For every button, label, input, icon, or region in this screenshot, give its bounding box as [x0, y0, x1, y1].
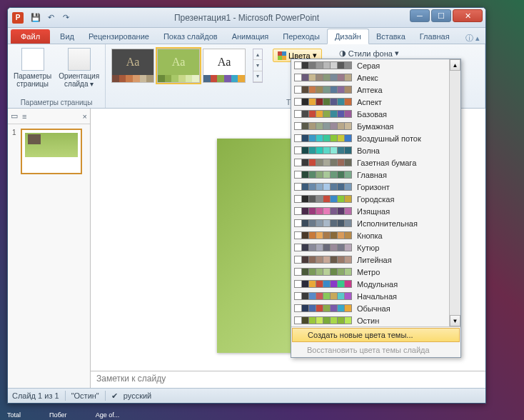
scroll-down-button[interactable]: ▼: [450, 315, 460, 326]
color-scheme-item[interactable]: Литейная: [291, 254, 460, 266]
color-scheme-item[interactable]: Апекс: [291, 71, 460, 84]
color-scheme-item[interactable]: Исполнительная: [291, 217, 460, 229]
scheme-label: Остин: [357, 316, 379, 325]
color-scheme-item[interactable]: Обычная: [291, 302, 460, 314]
scheme-swatch: [294, 292, 351, 300]
scheme-swatch: [294, 183, 351, 191]
desktop-icon-label[interactable]: Побег: [49, 411, 67, 419]
panel-close-icon[interactable]: ×: [83, 112, 87, 121]
scheme-swatch: [294, 207, 351, 215]
orientation-icon: [68, 48, 91, 71]
color-scheme-item[interactable]: Главная: [291, 169, 460, 181]
desktop-icons: Total Побег Age of...: [7, 411, 119, 419]
tab-анимация[interactable]: Анимация: [225, 29, 276, 44]
tab-дизайн[interactable]: Дизайн: [327, 29, 369, 44]
maximize-button[interactable]: ☐: [431, 9, 451, 22]
tab-переходы[interactable]: Переходы: [276, 29, 327, 44]
scheme-label: Начальная: [357, 292, 397, 301]
scheme-label: Горизонт: [357, 183, 390, 191]
color-scheme-item[interactable]: Метро: [291, 266, 460, 278]
color-scheme-item[interactable]: Изящная: [291, 205, 460, 217]
tab-вставка[interactable]: Вставка: [369, 29, 413, 44]
app-icon[interactable]: P: [12, 12, 24, 24]
theme-preview[interactable]: Aa: [111, 49, 154, 83]
scheme-swatch: [294, 98, 351, 106]
notes-pane[interactable]: Заметки к слайду: [91, 371, 485, 388]
scheme-label: Главная: [357, 171, 387, 179]
theme-preview[interactable]: Aa: [203, 49, 246, 83]
background-styles-button[interactable]: ◑ Стили фона ▾: [339, 49, 399, 58]
reset-theme-colors-item: Восстановить цвета темы слайда: [291, 343, 460, 357]
color-scheme-item[interactable]: Аспект: [291, 96, 460, 108]
file-tab[interactable]: Файл: [11, 29, 50, 44]
color-scheme-item[interactable]: Кнопка: [291, 229, 460, 241]
dropdown-scrollbar[interactable]: ▲ ▼: [449, 59, 460, 326]
slide-number: 1: [12, 129, 16, 136]
scheme-label: Серая: [357, 61, 380, 70]
color-scheme-item[interactable]: Бумажная: [291, 120, 460, 132]
colors-dropdown: СераяАпексАптекаАспектБазоваяБумажнаяВоз…: [291, 59, 461, 358]
slide-orientation-button[interactable]: Ориентация слайда ▾: [57, 46, 101, 89]
scheme-swatch: [294, 195, 351, 203]
dropdown-footer: Создать новые цвета темы... Восстановить…: [291, 326, 460, 357]
scroll-up-button[interactable]: ▲: [450, 59, 460, 71]
status-spellcheck-icon[interactable]: ✔: [111, 391, 118, 401]
tab-рецензирование[interactable]: Рецензирование: [81, 29, 156, 44]
themes-gallery[interactable]: AaAaAa: [110, 46, 247, 85]
close-button[interactable]: ✕: [453, 9, 483, 22]
theme-preview[interactable]: Aa: [157, 49, 200, 83]
page-setup-button[interactable]: Параметры страницы: [12, 46, 53, 89]
scheme-label: Базовая: [357, 110, 387, 119]
tab-главная[interactable]: Главная: [413, 29, 457, 44]
color-scheme-item[interactable]: Серая: [291, 59, 460, 71]
help-icon[interactable]: ⓘ ▴: [465, 33, 480, 44]
color-scheme-item[interactable]: Волна: [291, 144, 460, 156]
tab-показ слайдов[interactable]: Показ слайдов: [156, 29, 225, 44]
scheme-swatch: [294, 304, 351, 312]
scheme-label: Городская: [357, 195, 394, 204]
color-scheme-item[interactable]: Кутюр: [291, 241, 460, 254]
slide-panel: ▭ ≡ × 1: [8, 109, 91, 388]
slides-tab-icon[interactable]: ▭: [11, 111, 18, 121]
scheme-label: Исполнительная: [357, 219, 418, 228]
redo-icon[interactable]: ↷: [59, 11, 72, 24]
scheme-label: Кнопка: [357, 231, 383, 240]
color-scheme-item[interactable]: Базовая: [291, 108, 460, 120]
status-language[interactable]: русский: [124, 391, 151, 400]
scheme-label: Изящная: [357, 207, 390, 216]
scheme-label: Модульная: [357, 280, 398, 289]
color-scheme-item[interactable]: Начальная: [291, 290, 460, 302]
scheme-label: Кутюр: [357, 244, 379, 252]
color-scheme-item[interactable]: Городская: [291, 193, 460, 205]
slide-thumbnail[interactable]: [21, 129, 82, 174]
themes-more-button[interactable]: ▴▾▾: [253, 49, 263, 83]
scheme-swatch: [294, 122, 351, 130]
window-controls: ─ ☐ ✕: [410, 9, 483, 22]
color-scheme-item[interactable]: Аптека: [291, 84, 460, 96]
quick-access-toolbar: 💾 ↶ ↷: [29, 11, 72, 24]
undo-icon[interactable]: ↶: [44, 11, 57, 24]
color-scheme-item[interactable]: Газетная бумага: [291, 156, 460, 169]
scheme-label: Литейная: [357, 256, 392, 264]
ribbon-group-page-setup: Параметры страницы Ориентация слайда ▾ П…: [8, 44, 106, 108]
color-scheme-list: СераяАпексАптекаАспектБазоваяБумажнаяВоз…: [291, 59, 460, 326]
create-theme-colors-item[interactable]: Создать новые цвета темы...: [292, 328, 460, 342]
scheme-swatch: [294, 74, 351, 81]
outline-tab-icon[interactable]: ≡: [22, 112, 26, 121]
save-icon[interactable]: 💾: [29, 11, 42, 24]
scheme-label: Воздушный поток: [357, 134, 421, 143]
color-scheme-item[interactable]: Горизонт: [291, 181, 460, 193]
color-scheme-item[interactable]: Воздушный поток: [291, 132, 460, 144]
color-scheme-item[interactable]: Остин: [291, 314, 460, 326]
desktop-icon-label[interactable]: Age of...: [96, 411, 120, 419]
status-slide-count: Слайд 1 из 1: [12, 391, 59, 400]
scheme-swatch: [294, 280, 351, 288]
scheme-swatch: [294, 171, 351, 179]
desktop-icon-label[interactable]: Total: [7, 411, 21, 419]
minimize-button[interactable]: ─: [410, 9, 430, 22]
tab-вид[interactable]: Вид: [53, 29, 81, 44]
scheme-swatch: [294, 159, 351, 166]
thumbnail-list: 1: [8, 124, 90, 181]
color-scheme-item[interactable]: Модульная: [291, 278, 460, 290]
titlebar: P 💾 ↶ ↷ Презентация1 - Microsoft PowerPo…: [8, 8, 485, 28]
